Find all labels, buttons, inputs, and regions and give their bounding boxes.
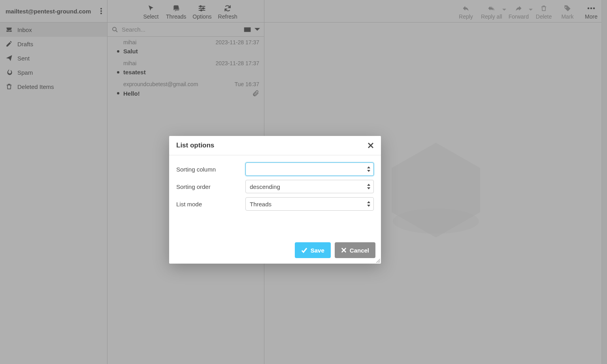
cancel-button[interactable]: Cancel [335,242,375,258]
sorting-order-row: Sorting order descending [176,180,374,193]
sorting-column-select[interactable] [245,162,374,176]
close-icon [341,247,347,253]
cancel-label: Cancel [350,247,369,254]
sorting-column-select-wrap [245,162,374,176]
close-button[interactable] [368,142,374,149]
list-mode-select[interactable]: Threads [245,197,374,211]
save-label: Save [311,247,324,254]
sorting-column-label: Sorting column [176,166,245,173]
app-root: mailtest@pentest-ground.com Select Threa… [0,0,607,364]
dialog-title: List options [176,141,214,149]
dialog-header: List options [169,136,381,155]
dialog-body: Sorting column Sorting order descending … [169,155,381,222]
resize-grip-icon[interactable] [375,258,380,263]
sorting-order-select-wrap: descending [245,180,374,193]
dialog-footer: Save Cancel [169,238,381,264]
sorting-order-label: Sorting order [176,183,245,190]
list-mode-label: List mode [176,201,245,207]
sorting-order-select[interactable]: descending [245,180,374,193]
save-button[interactable]: Save [295,242,331,258]
list-options-dialog: List options Sorting column Sorting orde… [169,136,381,264]
sorting-column-row: Sorting column [176,162,374,176]
list-mode-select-wrap: Threads [245,197,374,211]
list-mode-row: List mode Threads [176,197,374,211]
check-icon [301,247,307,253]
close-icon [368,142,374,149]
